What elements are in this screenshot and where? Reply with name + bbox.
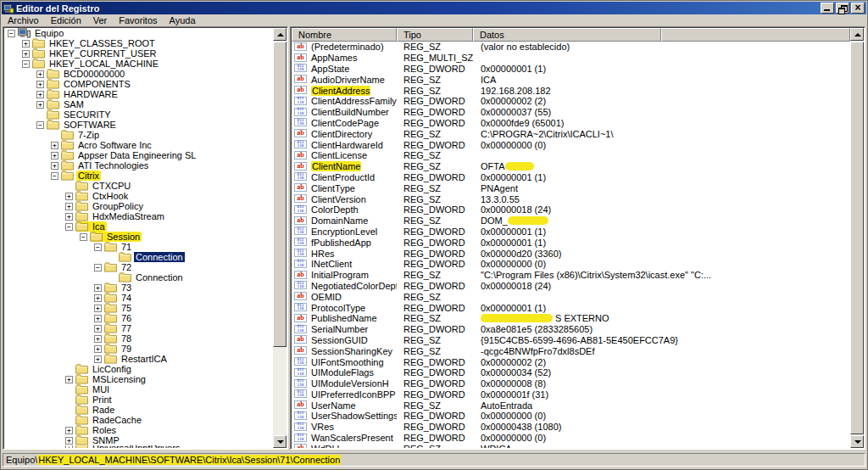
collapse-minus-icon[interactable]: − [36, 121, 44, 129]
menu-favoritos[interactable]: Favoritos [113, 14, 163, 26]
table-row-colordepth[interactable]: 011110ColorDepthREG_DWORD0x00000018 (24) [292, 204, 850, 215]
expand-plus-icon[interactable]: + [94, 335, 102, 343]
table-row-clientaddressfamily[interactable]: 011110ClientAddressFamilyREG_DWORD0x0000… [292, 96, 850, 107]
table-row-clientversion[interactable]: abClientVersionREG_SZ13.3.0.55 [292, 193, 850, 204]
list-scroll-down-button[interactable] [850, 435, 864, 448]
collapse-minus-icon[interactable]: − [22, 60, 30, 68]
table-row-inetclient[interactable]: 011110INetClientREG_DWORD0x00000000 (0) [292, 259, 850, 270]
column-header-datos[interactable]: Datos [473, 28, 661, 42]
expand-plus-icon[interactable]: + [94, 294, 102, 302]
table-row-appnames[interactable]: abAppNamesREG_MULTI_SZ [292, 53, 850, 64]
tree-item-bcd00000000[interactable]: +BCD00000000 [4, 69, 273, 79]
table-row-audiodrivername[interactable]: abAudioDriverNameREG_SZICA [292, 74, 850, 85]
tree-item-76[interactable]: +76 [4, 313, 273, 323]
table-row-sessionsharingkey[interactable]: abSessionSharingKeyREG_SZ-qcgc4BNWfpFro7… [292, 345, 850, 356]
tree-scroll-down-button[interactable] [273, 435, 287, 448]
table-row-uimoduleflags[interactable]: 011110UIModuleFlagsREG_DWORD0x00000034 (… [292, 367, 850, 378]
tree-item-mslicensing[interactable]: +MSLicensing [4, 374, 273, 384]
collapse-minus-icon[interactable]: − [94, 243, 102, 251]
collapse-minus-icon[interactable]: − [65, 223, 73, 231]
table-row-uifontsmoothing[interactable]: 011110UIFontSmoothingREG_DWORD0x00000002… [292, 356, 850, 367]
tree-item-connection[interactable]: Connection [4, 252, 273, 262]
expand-plus-icon[interactable]: + [36, 101, 44, 109]
table-row-initialprogram[interactable]: abInitialProgramREG_SZ"C:\Program Files … [292, 270, 850, 281]
table-row-clienttype[interactable]: abClientTypeREG_SZPNAgent [292, 182, 850, 193]
tree-item-hkey-current-user[interactable]: +HKEY_CURRENT_USER [4, 48, 273, 59]
table-row-clientlicense[interactable]: abClientLicenseREG_SZ [292, 150, 850, 161]
expand-plus-icon[interactable]: + [22, 50, 30, 58]
collapse-minus-icon[interactable]: − [80, 233, 87, 241]
table-row-appstate[interactable]: 011110AppStateREG_DWORD0x00000001 (1) [292, 64, 850, 75]
expand-plus-icon[interactable]: + [51, 152, 58, 159]
menu-ayuda[interactable]: Ayuda [164, 14, 202, 26]
table-row-oemid[interactable]: abOEMIDREG_SZ [292, 291, 850, 302]
tree-item-ati-technologies[interactable]: +ATI Technologies [4, 160, 273, 171]
expand-plus-icon[interactable]: + [65, 193, 73, 200]
tree-item-72[interactable]: −72 [4, 262, 273, 272]
tree-item-78[interactable]: +78 [4, 333, 273, 344]
tree-item-print[interactable]: Print [4, 394, 273, 405]
tree-item-hdxmediastream[interactable]: +HdxMediaStream [4, 211, 273, 221]
table-row-domainname[interactable]: abDomainNameREG_SZDOM_ [292, 215, 850, 227]
expand-plus-icon[interactable]: + [36, 91, 44, 98]
minimize-button[interactable] [821, 3, 834, 14]
expand-plus-icon[interactable]: + [51, 162, 58, 170]
menu-archivo[interactable]: Archivo [2, 14, 45, 26]
collapse-minus-icon[interactable]: − [51, 172, 58, 180]
list-scrollbar[interactable] [850, 28, 864, 448]
table-row-usershadowsettings[interactable]: 011110UserShadowSettingsREG_DWORD0x00000… [292, 411, 850, 422]
table-row--predeterminado-[interactable]: ab(Predeterminado)REG_SZ(valor no establ… [292, 42, 850, 53]
tree-item-77[interactable]: +77 [4, 323, 273, 333]
tree-item-71[interactable]: −71 [4, 242, 273, 252]
table-row-username[interactable]: abUserNameREG_SZAutoEntrada [292, 400, 850, 411]
tree-item-ctxhook[interactable]: +CtxHook [4, 191, 273, 201]
table-row-clientcodepage[interactable]: 011110ClientCodePageREG_DWORD0x0000fde9 … [292, 118, 850, 129]
table-row-hres[interactable]: 011110HResREG_DWORD0x00000d20 (3360) [292, 248, 850, 259]
expand-plus-icon[interactable]: + [65, 445, 73, 448]
expand-plus-icon[interactable]: + [65, 376, 73, 383]
tree-item-hkey-classes-root[interactable]: +HKEY_CLASSES_ROOT [4, 38, 273, 48]
expand-plus-icon[interactable]: + [51, 142, 58, 149]
list-scrollbar-thumb[interactable] [850, 42, 864, 434]
tree-item-restartica[interactable]: +RestartICA [4, 354, 273, 364]
expand-plus-icon[interactable]: + [94, 325, 102, 333]
table-row-wddll[interactable]: abWdDLLREG_SZWDICA [292, 443, 850, 448]
list-scroll-up-button[interactable] [850, 28, 864, 41]
expand-plus-icon[interactable]: + [36, 81, 44, 88]
tree-item-acro-software-inc[interactable]: +Acro Software Inc [4, 140, 273, 150]
table-row-fpublishedapp[interactable]: 011110fPublishedAppREG_DWORD0x00000001 (… [292, 237, 850, 248]
tree-item-grouppolicy[interactable]: +GroupPolicy [4, 201, 273, 211]
table-row-serialnumber[interactable]: 011110SerialNumberREG_DWORD0xa8e081e5 (2… [292, 324, 850, 335]
tree-item-7-zip[interactable]: 7-Zip [4, 130, 273, 140]
collapse-minus-icon[interactable]: − [8, 30, 15, 37]
tree-item-rade[interactable]: Rade [4, 405, 273, 415]
tree-scrollbar-thumb[interactable] [273, 42, 287, 347]
tree-item-universalprintdrivers[interactable]: +UniversalPrintDrivers [4, 445, 273, 448]
expand-plus-icon[interactable]: + [65, 213, 73, 221]
tree-item-software[interactable]: −SOFTWARE [4, 120, 273, 130]
tree-item-hkey-local-machine[interactable]: −HKEY_LOCAL_MACHINE [4, 59, 273, 69]
expand-plus-icon[interactable]: + [22, 40, 30, 48]
tree-item-security[interactable]: SECURITY [4, 109, 273, 120]
tree-item-hardware[interactable]: +HARDWARE [4, 89, 273, 99]
tree-item-ica[interactable]: −Ica [4, 221, 273, 232]
table-row-publishedname[interactable]: abPublishedNameREG_SZS EXTERNO [292, 313, 850, 324]
tree-item-licconfig[interactable]: LicConfig [4, 364, 273, 374]
tree-item-session[interactable]: −Session [4, 232, 273, 242]
expand-plus-icon[interactable]: + [36, 70, 44, 78]
expand-plus-icon[interactable]: + [94, 305, 102, 312]
menu-edicion[interactable]: Edición [45, 14, 87, 26]
table-row-clientproductid[interactable]: 011110ClientProductIdREG_DWORD0x00000001… [292, 172, 850, 183]
tree-scroll-up-button[interactable] [273, 28, 287, 41]
menu-ver[interactable]: Ver [87, 14, 114, 26]
table-row-clientaddress[interactable]: abClientAddressREG_SZ192.168.208.182 [292, 85, 850, 96]
tree-item-snmp[interactable]: +SNMP [4, 435, 273, 445]
table-row-protocoltype[interactable]: 011110ProtocolTypeREG_DWORD0x00000001 (1… [292, 302, 850, 313]
table-row-sessionguid[interactable]: abSessionGUIDREG_SZ{915C4CB5-6599-4696-A… [292, 335, 850, 346]
tree-item-75[interactable]: +75 [4, 303, 273, 313]
tree-item-79[interactable]: +79 [4, 344, 273, 354]
tree-scrollbar[interactable] [273, 28, 287, 448]
expand-plus-icon[interactable]: + [65, 437, 73, 445]
expand-plus-icon[interactable]: + [94, 355, 102, 363]
expand-plus-icon[interactable]: + [65, 427, 73, 434]
